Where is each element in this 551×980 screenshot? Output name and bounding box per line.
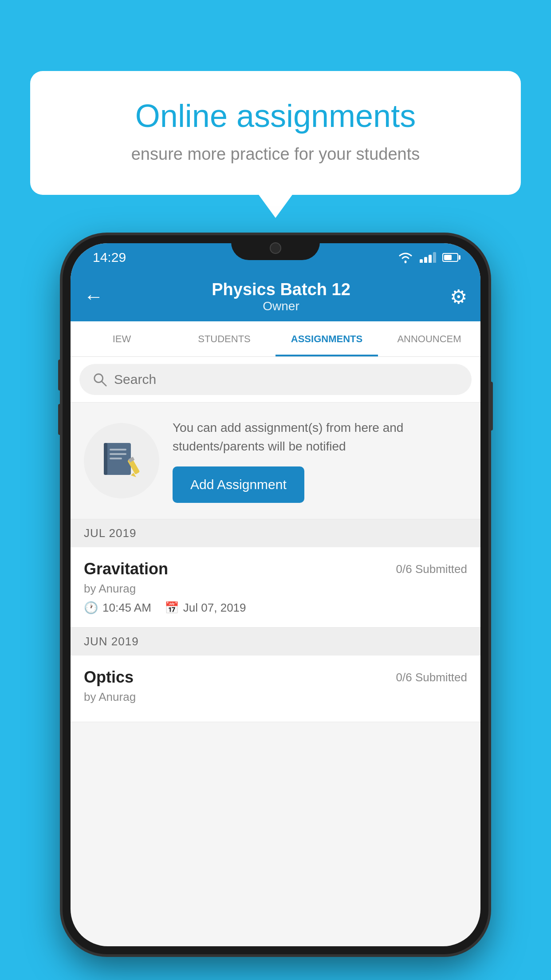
notebook-icon xyxy=(102,441,142,481)
app-bar-title-container: Physics Batch 12 Owner xyxy=(112,280,450,313)
tab-announcements[interactable]: ANNOUNCEM xyxy=(378,321,480,356)
speech-bubble-subtitle: ensure more practice for your students xyxy=(61,145,490,164)
assignment-row1-optics: Optics 0/6 Submitted xyxy=(84,668,467,687)
promo-icon-circle xyxy=(84,423,159,498)
promo-text-container: You can add assignment(s) from here and … xyxy=(173,419,467,503)
clock-icon: 🕐 xyxy=(84,601,98,615)
status-icons xyxy=(398,252,458,263)
svg-rect-7 xyxy=(104,443,107,475)
back-button[interactable]: ← xyxy=(84,285,103,308)
assignment-submitted-gravitation: 0/6 Submitted xyxy=(396,562,467,576)
search-icon xyxy=(93,372,107,387)
assignment-name-gravitation: Gravitation xyxy=(84,560,168,578)
assignment-meta-gravitation: 🕐 10:45 AM 📅 Jul 07, 2019 xyxy=(84,601,467,615)
tab-iew-label: IEW xyxy=(113,333,131,345)
month-header-jun: JUN 2019 xyxy=(71,628,480,656)
month-label-jul: JUL 2019 xyxy=(84,526,136,540)
search-input[interactable] xyxy=(114,372,458,387)
battery-icon xyxy=(442,253,458,262)
app-bar-title: Physics Batch 12 xyxy=(112,280,450,299)
volume-up-button[interactable] xyxy=(58,360,63,391)
app-bar-subtitle: Owner xyxy=(112,299,450,313)
speech-bubble-title: Online assignments xyxy=(61,98,490,134)
assignment-item-optics[interactable]: Optics 0/6 Submitted by Anurag xyxy=(71,656,480,722)
svg-rect-5 xyxy=(110,453,126,455)
signal-icon xyxy=(420,252,436,263)
speech-bubble-container: Online assignments ensure more practice … xyxy=(30,71,521,195)
wifi-icon xyxy=(398,252,413,263)
assignment-submitted-optics: 0/6 Submitted xyxy=(396,671,467,684)
svg-rect-6 xyxy=(110,458,122,459)
app-bar: ← Physics Batch 12 Owner ⚙ xyxy=(71,272,480,321)
assignment-item-gravitation[interactable]: Gravitation 0/6 Submitted by Anurag 🕐 10… xyxy=(71,547,480,628)
meta-date-gravitation: 📅 Jul 07, 2019 xyxy=(165,601,246,615)
tab-announcements-label: ANNOUNCEM xyxy=(397,333,461,345)
phone-device: 14:29 xyxy=(63,235,488,954)
assignment-date-gravitation: Jul 07, 2019 xyxy=(183,601,246,615)
speech-bubble: Online assignments ensure more practice … xyxy=(30,71,521,195)
search-container xyxy=(71,357,480,403)
assignment-by-optics: by Anurag xyxy=(84,690,467,704)
tab-students-label: STUDENTS xyxy=(198,333,251,345)
tab-assignments[interactable]: ASSIGNMENTS xyxy=(276,321,378,356)
svg-line-2 xyxy=(102,382,106,386)
volume-down-button[interactable] xyxy=(58,404,63,435)
add-assignment-button[interactable]: Add Assignment xyxy=(173,466,304,503)
settings-icon[interactable]: ⚙ xyxy=(450,285,467,308)
svg-rect-4 xyxy=(110,449,126,450)
month-header-jul: JUL 2019 xyxy=(71,519,480,547)
front-camera xyxy=(270,242,281,254)
tab-assignments-label: ASSIGNMENTS xyxy=(291,333,362,345)
svg-point-0 xyxy=(405,261,407,263)
tab-students[interactable]: STUDENTS xyxy=(173,321,276,356)
phone-frame: 14:29 xyxy=(63,235,488,954)
phone-notch xyxy=(231,235,320,260)
assignment-by-gravitation: by Anurag xyxy=(84,582,467,596)
status-time: 14:29 xyxy=(93,250,126,265)
calendar-icon: 📅 xyxy=(165,601,179,615)
promo-description: You can add assignment(s) from here and … xyxy=(173,419,467,456)
meta-time-gravitation: 🕐 10:45 AM xyxy=(84,601,151,615)
promo-section: You can add assignment(s) from here and … xyxy=(71,403,480,519)
power-button[interactable] xyxy=(488,382,493,431)
month-label-jun: JUN 2019 xyxy=(84,635,139,648)
tab-iew[interactable]: IEW xyxy=(71,321,173,356)
phone-screen: 14:29 xyxy=(71,243,480,946)
tabs-container: IEW STUDENTS ASSIGNMENTS ANNOUNCEM xyxy=(71,321,480,357)
assignment-time-gravitation: 10:45 AM xyxy=(102,601,151,615)
assignment-name-optics: Optics xyxy=(84,668,134,687)
assignment-row1: Gravitation 0/6 Submitted xyxy=(84,560,467,578)
search-bar[interactable] xyxy=(79,364,472,395)
